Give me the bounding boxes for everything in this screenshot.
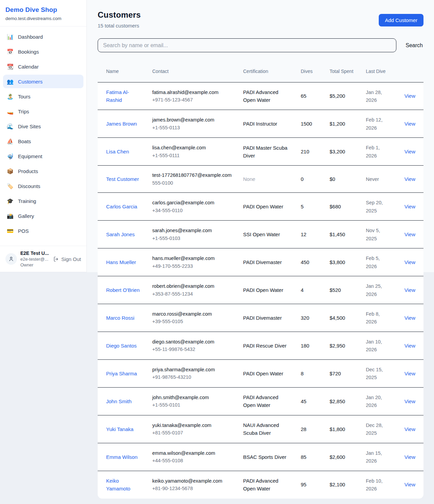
boats-sailboat-icon: ⛵	[7, 138, 14, 145]
customer-phone: +971-55-123-4567	[152, 96, 232, 104]
view-customer-link[interactable]: View	[405, 398, 415, 404]
view-customer-link[interactable]: View	[405, 371, 415, 376]
bookings-calendar-icon: 📅	[7, 49, 14, 55]
view-customer-link[interactable]: View	[405, 259, 415, 265]
column-header-name: Name	[98, 61, 147, 82]
customer-certification: PADI Divemaster	[243, 259, 282, 265]
customer-name-link[interactable]: Sarah Jones	[106, 231, 135, 237]
gallery-camera-icon: 📸	[7, 213, 14, 219]
customer-phone: +44-555-0108	[152, 457, 232, 464]
sidebar-item-pos[interactable]: 💳 POS	[3, 224, 83, 238]
sidebar-item-label: Customers	[18, 79, 43, 85]
customer-email: hans.mueller@example.com	[152, 255, 232, 262]
customer-dives: 4	[301, 287, 303, 293]
customer-email: james.brown@example.com	[152, 116, 232, 124]
customer-last-dive: Feb 12, 2026	[366, 117, 382, 130]
sidebar-item-boats[interactable]: ⛵ Boats	[3, 134, 83, 148]
customer-name-link[interactable]: Carlos Garcia	[106, 204, 137, 209]
view-customer-link[interactable]: View	[405, 315, 415, 321]
trips-speedboat-icon: 🚤	[7, 108, 14, 115]
view-customer-link[interactable]: View	[405, 343, 415, 349]
sidebar-item-label: Equipment	[18, 153, 42, 159]
customer-name-link[interactable]: Lisa Chen	[106, 149, 129, 154]
customer-count: 15 total customers	[98, 23, 141, 29]
sidebar-item-discounts[interactable]: 🏷️ Discounts	[3, 179, 83, 193]
customer-name-link[interactable]: Robert O'Brien	[106, 287, 140, 293]
customer-certification: PADI Rescue Diver	[243, 343, 287, 349]
customer-total-spent: $520	[330, 287, 341, 293]
view-customer-link[interactable]: View	[405, 176, 415, 182]
view-customer-link[interactable]: View	[405, 93, 415, 99]
customer-name-link[interactable]: Fatima Al-Rashid	[106, 89, 129, 103]
customer-email: carlos.garcia@example.com	[152, 199, 232, 206]
view-customer-link[interactable]: View	[405, 287, 415, 293]
search-button[interactable]: Search	[405, 42, 423, 49]
sidebar-item-gallery[interactable]: 📸 Gallery	[3, 209, 83, 223]
customer-phone: +1-555-0103	[152, 235, 232, 242]
view-customer-link[interactable]: View	[405, 454, 415, 460]
customers-table: NameContactCertificationDivesTotal Spent…	[98, 61, 423, 499]
sidebar-nav: 📊 Dashboard 📅 Bookings 📆 Calendar 👥 Cust…	[0, 26, 86, 246]
customer-total-spent: $0	[330, 176, 335, 182]
customer-name-link[interactable]: Yuki Tanaka	[106, 426, 134, 432]
products-box-icon: 📦	[7, 168, 14, 174]
customer-dives: 210	[301, 149, 309, 154]
customer-dives: 85	[301, 454, 307, 460]
sidebar-item-trips[interactable]: 🚤 Trips	[3, 105, 83, 118]
search-bar: Search	[98, 38, 423, 52]
customer-name-link[interactable]: John Smith	[106, 398, 132, 404]
add-customer-button[interactable]: Add Customer	[379, 14, 423, 26]
view-customer-link[interactable]: View	[405, 231, 415, 237]
view-customer-link[interactable]: View	[405, 482, 415, 487]
sidebar-item-dashboard[interactable]: 📊 Dashboard	[3, 30, 83, 43]
customer-certification: PADI Master Scuba Diver	[243, 145, 288, 158]
table-row: Sarah Jones sarah.jones@example.com +1-5…	[98, 221, 423, 248]
sidebar-item-calendar[interactable]: 📆 Calendar	[3, 60, 83, 73]
customer-phone: +81-555-0107	[152, 429, 232, 436]
customer-total-spent: $3,200	[330, 149, 345, 154]
customer-total-spent: $2,600	[330, 454, 345, 460]
column-header-total-spent: Total Spent	[324, 61, 360, 82]
view-customer-link[interactable]: View	[405, 121, 415, 127]
customer-phone: 555-0100	[152, 179, 232, 187]
customer-email: marco.rossi@example.com	[152, 310, 232, 318]
sidebar-item-label: Calendar	[18, 64, 39, 70]
view-customer-link[interactable]: View	[405, 204, 415, 209]
sidebar-item-dive-sites[interactable]: 🌊 Dive Sites	[3, 119, 83, 133]
training-gradcap-icon: 🎓	[7, 198, 14, 204]
user-role: Owner	[20, 262, 50, 267]
customer-dives: 12	[301, 231, 307, 237]
customer-name-link[interactable]: Diego Santos	[106, 343, 137, 349]
table-header: NameContactCertificationDivesTotal Spent…	[98, 61, 423, 82]
table-row: Marco Rossi marco.rossi@example.com +39-…	[98, 304, 423, 332]
search-input[interactable]	[98, 38, 396, 52]
table-row: Fatima Al-Rashid fatima.alrashid@example…	[98, 82, 423, 110]
customer-certification: SSI Open Water	[243, 231, 280, 237]
customer-dives: 95	[301, 482, 307, 487]
customer-certification: PADI Instructor	[243, 121, 277, 127]
customer-last-dive: Feb 10, 2026	[366, 478, 382, 491]
sign-out-button[interactable]: Sign Out	[53, 256, 81, 262]
customer-dives: 450	[301, 259, 309, 265]
sidebar-item-training[interactable]: 🎓 Training	[3, 194, 83, 208]
sidebar-item-equipment[interactable]: 🤿 Equipment	[3, 149, 83, 163]
sidebar-item-bookings[interactable]: 📅 Bookings	[3, 45, 83, 58]
sidebar-item-products[interactable]: 📦 Products	[3, 164, 83, 178]
customer-dives: 180	[301, 343, 309, 349]
customer-name-link[interactable]: Marco Rossi	[106, 315, 134, 321]
sidebar-item-tours[interactable]: 🏝️ Tours	[3, 90, 83, 103]
customer-name-link[interactable]: Test Customer	[106, 176, 139, 182]
customer-last-dive: Sep 20, 2025	[366, 200, 383, 213]
customer-name-link[interactable]: Hans Mueller	[106, 259, 136, 265]
customer-total-spent: $4,500	[330, 315, 345, 321]
customer-last-dive: Feb 8, 2026	[366, 311, 380, 324]
sidebar-item-customers[interactable]: 👥 Customers	[3, 75, 83, 88]
customer-name-link[interactable]: Emma Wilson	[106, 454, 138, 460]
customer-name-link[interactable]: Keiko Yamamoto	[106, 478, 130, 491]
customer-name-link[interactable]: James Brown	[106, 121, 137, 127]
table-row: Emma Wilson emma.wilson@example.com +44-…	[98, 443, 423, 471]
view-customer-link[interactable]: View	[405, 149, 415, 154]
customer-name-link[interactable]: Priya Sharma	[106, 371, 137, 376]
view-customer-link[interactable]: View	[405, 426, 415, 432]
customer-total-spent: $5,200	[330, 93, 345, 99]
